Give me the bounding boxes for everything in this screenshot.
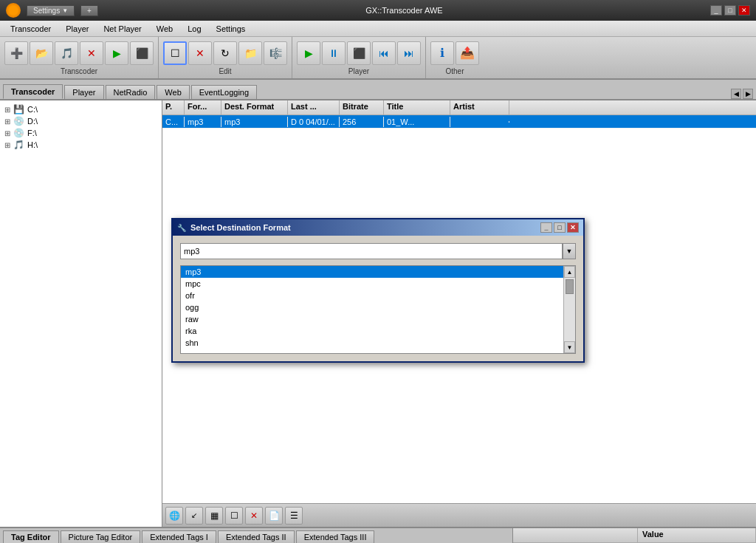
toolbar-group-player: ▶ ⏸ ⬛ ⏮ ⏭ Player — [292, 37, 426, 78]
doc-btn[interactable]: 📄 — [265, 507, 283, 525]
minimize-button[interactable]: _ — [710, 5, 722, 16]
tree-item-h[interactable]: ⊞ 🎵 H:\ — [3, 139, 159, 151]
menu-transcoder[interactable]: Transcoder — [3, 23, 58, 35]
format-item-ogg[interactable]: ogg — [181, 301, 563, 313]
tree-item-c[interactable]: ⊞ 💾 C:\ — [3, 103, 159, 115]
drive-d-label: D:\ — [27, 117, 38, 126]
globe-btn[interactable]: 🌐 — [165, 507, 183, 525]
drive-c-icon: 💾 — [13, 104, 24, 115]
format-item-ofr[interactable]: ofr — [181, 290, 563, 301]
tree-item-d[interactable]: ⊞ 💿 D:\ — [3, 115, 159, 127]
toolbar-group-other: ℹ 📤 Other — [426, 37, 484, 78]
tag-tab-picture[interactable]: Picture Tag Editor — [61, 530, 141, 543]
down-btn[interactable]: ↙ — [185, 507, 203, 525]
x-btn[interactable]: ✕ — [245, 507, 263, 525]
menu-web[interactable]: Web — [149, 23, 180, 35]
format-item-spx[interactable]: spx — [181, 349, 563, 353]
format-list-scrollbar[interactable]: ▲ ▼ — [563, 266, 575, 353]
grid-btn[interactable]: ▦ — [205, 507, 223, 525]
menu-log[interactable]: Log — [180, 23, 208, 35]
tab-player[interactable]: Player — [64, 85, 103, 99]
file-row[interactable]: C... mp3 mp3 D 0 04/01/... 256 01_W... — [162, 115, 756, 129]
format-scroll-track — [564, 278, 575, 341]
info-col-value: Value — [638, 528, 756, 542]
remove-button[interactable]: ✕ — [80, 41, 103, 65]
format-scroll-thumb[interactable] — [566, 279, 574, 294]
format-item-rka[interactable]: rka — [181, 325, 563, 337]
delete-button[interactable]: ✕ — [188, 41, 212, 65]
tab-netradio[interactable]: NetRadio — [106, 85, 156, 99]
toolbar-group-transcoder: ➕ 📂 🎵 ✕ ▶ ⬛ Transcoder — [0, 37, 159, 78]
menu-settings[interactable]: Settings — [209, 23, 253, 35]
format-item-shn[interactable]: shn — [181, 337, 563, 349]
modal-controls: _ □ ✕ — [540, 222, 579, 233]
modal-minimize-btn[interactable]: _ — [540, 222, 552, 233]
menu-player[interactable]: Player — [58, 23, 96, 35]
title-bar: Settings ▼ + GX::Transcoder AWE _ □ ✕ — [0, 0, 756, 21]
tab-next-arrow[interactable]: ▶ — [743, 89, 753, 99]
settings-label: Settings — [33, 7, 60, 15]
drive-f-icon: 💿 — [13, 128, 24, 138]
menu-netplayer[interactable]: Net Player — [96, 23, 148, 35]
tab-transcoder[interactable]: Transcoder — [3, 84, 63, 99]
maximize-button[interactable]: □ — [724, 5, 736, 16]
add-files-button[interactable]: ➕ — [4, 41, 28, 65]
tag-tab-ext2[interactable]: Extended Tags II — [218, 530, 295, 543]
expand-d-icon: ⊞ — [4, 117, 13, 126]
add-music-button[interactable]: 🎵 — [55, 41, 78, 65]
menu-bar: Transcoder Player Net Player Web Log Set… — [0, 21, 756, 37]
drive-h-icon: 🎵 — [13, 140, 24, 150]
select-button[interactable]: ☐ — [163, 41, 187, 65]
tab-eventlogging[interactable]: EventLogging — [191, 85, 257, 99]
format-item-mp3[interactable]: mp3 — [181, 266, 563, 278]
close-button[interactable]: ✕ — [738, 5, 750, 16]
edit-buttons: ☐ ✕ ↻ 📁 🎼 — [163, 40, 287, 66]
modal-title-content: 🔧 Select Destination Format — [177, 223, 291, 232]
format-dropdown-btn[interactable]: ▼ — [563, 243, 576, 259]
edit-group-label: Edit — [219, 67, 231, 75]
settings-button[interactable]: Settings ▼ — [27, 5, 75, 16]
refresh-button[interactable]: ↻ — [213, 41, 237, 65]
format-select-input[interactable] — [180, 243, 563, 259]
add-button[interactable]: + — [80, 5, 98, 16]
cell-p: C... — [162, 117, 185, 127]
player-next-button[interactable]: ⏭ — [397, 41, 421, 65]
player-pause-button[interactable]: ⏸ — [322, 41, 346, 65]
play-button[interactable]: ▶ — [105, 41, 128, 65]
window-title: GX::Transcoder AWE — [98, 6, 710, 15]
format-scroll-up[interactable]: ▲ — [564, 266, 575, 278]
format-item-raw[interactable]: raw — [181, 313, 563, 325]
cell-dest: mp3 — [221, 117, 288, 127]
modal-maximize-btn[interactable]: □ — [554, 222, 566, 233]
export-button[interactable]: 📤 — [456, 41, 479, 65]
player-prev-button[interactable]: ⏮ — [372, 41, 396, 65]
tag-tab-ext1[interactable]: Extended Tags I — [142, 530, 216, 543]
square-btn[interactable]: ☐ — [225, 507, 243, 525]
modal-body: ▼ mp3 mpc ofr ogg raw rka shn spx ▲ — [173, 236, 583, 361]
stop-button[interactable]: ⬛ — [130, 41, 154, 65]
cell-bitrate: 256 — [340, 117, 384, 127]
folder-dest-button[interactable]: 📁 — [238, 41, 262, 65]
tag-tab-ext3[interactable]: Extended Tags III — [296, 530, 375, 543]
format-item-mpc[interactable]: mpc — [181, 278, 563, 290]
tab-web[interactable]: Web — [157, 85, 189, 99]
lower-area: Tag Editor Picture Tag Editor Extended T… — [0, 527, 756, 543]
tree-item-f[interactable]: ⊞ 💿 F:\ — [3, 127, 159, 139]
tag-tab-editor[interactable]: Tag Editor — [3, 530, 59, 543]
tab-nav: ◀ ▶ — [731, 89, 753, 99]
player-play-button[interactable]: ▶ — [297, 41, 320, 65]
menu-btn[interactable]: ☰ — [285, 507, 303, 525]
music-edit-button[interactable]: 🎼 — [264, 41, 287, 65]
modal-title-bar: 🔧 Select Destination Format _ □ ✕ — [173, 219, 583, 236]
info-button[interactable]: ℹ — [430, 41, 454, 65]
open-folder-button[interactable]: 📂 — [30, 41, 53, 65]
modal-title-icon: 🔧 — [177, 224, 186, 232]
player-stop-button[interactable]: ⬛ — [347, 41, 371, 65]
modal-dialog: 🔧 Select Destination Format _ □ ✕ ▼ mp3 … — [171, 218, 585, 363]
modal-title-text: Select Destination Format — [190, 223, 291, 232]
tab-prev-arrow[interactable]: ◀ — [731, 89, 741, 99]
window-controls: _ □ ✕ — [710, 5, 750, 16]
format-scroll-down[interactable]: ▼ — [564, 341, 575, 353]
modal-close-btn[interactable]: ✕ — [567, 222, 579, 233]
format-select-row: ▼ — [180, 243, 576, 259]
